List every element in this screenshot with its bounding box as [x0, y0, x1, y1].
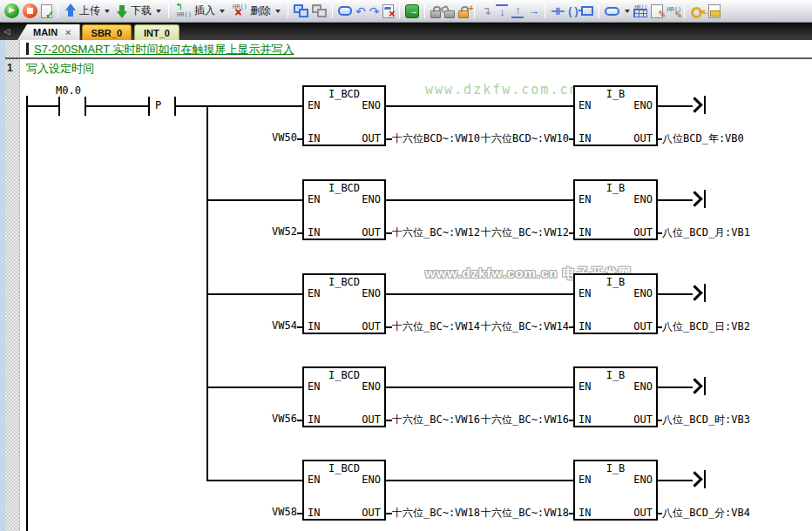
wire	[386, 420, 392, 421]
wire	[386, 138, 392, 140]
pin-en: EN	[308, 193, 320, 205]
input-operand[interactable]: VW54	[213, 319, 297, 332]
pin-eno: ENO	[362, 287, 381, 299]
pin-out: OUT	[633, 413, 653, 426]
pin-in: IN	[308, 507, 320, 519]
block-title: I_B	[575, 276, 656, 288]
result-operand[interactable]: 八位_BCD_日:VB2	[662, 319, 750, 334]
open-wire-arrow-icon	[704, 470, 706, 488]
pin-en: EN	[579, 287, 591, 299]
function-block-ibcd[interactable]: I_BCD EN ENO IN OUT	[302, 273, 386, 334]
block-title: I_BCD	[304, 182, 384, 194]
pin-out: OUT	[362, 320, 381, 333]
mid-operands: 十六位_BC~:VW12 十六位_BC~:VW12	[392, 225, 569, 240]
pin-out: OUT	[362, 226, 381, 239]
input-operand[interactable]: 十六位_BC~:VW16	[481, 413, 569, 427]
pin-en: EN	[308, 99, 320, 111]
input-operand[interactable]: VW56	[213, 413, 297, 425]
pin-eno: ENO	[633, 287, 653, 299]
mid-operands: 十六位_BC~:VW18 十六位_BC~:VW18	[392, 506, 569, 521]
open-wire-arrow-icon	[687, 191, 702, 206]
function-block-ib[interactable]: I_B EN ENO IN OUT	[573, 179, 658, 240]
open-wire-arrow-icon	[704, 284, 706, 302]
pin-in: IN	[579, 413, 591, 426]
pin-eno: ENO	[362, 474, 381, 486]
ladder-rung: VW54 I_BCD EN ENO IN OUT 十六位_BC~:VW14 十六…	[0, 273, 812, 336]
mid-operands: 十六位BCD~:VW10 十六位BCD~:VW10	[392, 131, 569, 146]
input-operand[interactable]: 十六位_BC~:VW14	[481, 319, 569, 334]
block-title: I_BCD	[304, 88, 384, 100]
ladder-rung: VW52 I_BCD EN ENO IN OUT 十六位_BC~:VW12 十六…	[0, 179, 812, 242]
output-operand[interactable]: 十六位_BC~:VW18	[392, 506, 480, 521]
block-title: I_BCD	[304, 462, 384, 474]
ladder-overlay: S7-200SMART 实时时间如何在触摸屏上显示并写入 1 写入设定时间 ww…	[0, 0, 812, 531]
pin-eno: ENO	[633, 99, 653, 111]
pin-en: EN	[579, 99, 591, 111]
pin-in: IN	[579, 320, 591, 333]
open-wire-arrow-icon	[687, 471, 702, 487]
function-block-ib[interactable]: I_B EN ENO IN OUT	[573, 273, 658, 334]
pin-in: IN	[308, 132, 320, 145]
mid-operands: 十六位_BC~:VW16 十六位_BC~:VW16	[392, 413, 569, 427]
open-wire-arrow-icon	[704, 377, 706, 395]
pin-eno: ENO	[633, 380, 653, 393]
pin-out: OUT	[362, 413, 381, 426]
input-operand[interactable]: 十六位BCD~:VW10	[481, 131, 569, 146]
wire	[386, 199, 573, 201]
result-operand[interactable]: 八位_BCD_月:VB1	[662, 225, 750, 240]
pin-en: EN	[308, 380, 320, 393]
title-separator	[5, 57, 812, 59]
pin-eno: ENO	[362, 380, 381, 393]
network-title[interactable]: 写入设定时间	[26, 61, 94, 77]
pin-out: OUT	[362, 132, 381, 145]
block-title: I_BCD	[304, 369, 384, 381]
block-title: I_B	[575, 462, 656, 474]
output-operand[interactable]: 十六位BCD~:VW10	[392, 131, 480, 146]
wire	[386, 513, 392, 514]
input-operand[interactable]: VW52	[213, 225, 297, 238]
pin-in: IN	[308, 413, 320, 426]
pin-eno: ENO	[362, 99, 381, 111]
pin-en: EN	[579, 193, 591, 205]
function-block-ib[interactable]: I_B EN ENO IN OUT	[573, 460, 658, 521]
block-title: I_B	[575, 182, 656, 194]
app-window: 上传 下载 插入 删除 ↶ ↷	[0, 0, 812, 531]
pin-in: IN	[308, 320, 320, 333]
pin-en: EN	[308, 287, 320, 299]
ladder-rung: VW50 I_BCD EN ENO IN OUT 十六位BCD~:VW10 十六…	[0, 85, 812, 148]
result-operand[interactable]: 八位_BCD_时:VB3	[662, 413, 750, 427]
pin-in: IN	[579, 132, 591, 145]
input-operand[interactable]: VW58	[213, 506, 297, 518]
input-operand[interactable]: VW50	[213, 131, 297, 144]
program-title: S7-200SMART 实时时间如何在触摸屏上显示并写入	[34, 42, 294, 57]
open-wire-arrow-icon	[687, 285, 702, 300]
pin-in: IN	[579, 226, 591, 239]
pin-in: IN	[308, 226, 320, 239]
function-block-ibcd[interactable]: I_BCD EN ENO IN OUT	[302, 85, 386, 146]
open-wire-arrow-icon	[704, 190, 706, 208]
pin-out: OUT	[633, 320, 653, 333]
open-wire-arrow-icon	[687, 378, 702, 393]
function-block-ibcd[interactable]: I_BCD EN ENO IN OUT	[302, 460, 386, 521]
input-operand[interactable]: 十六位_BC~:VW18	[481, 506, 569, 521]
wire	[386, 232, 392, 234]
function-block-ib[interactable]: I_B EN ENO IN OUT	[573, 366, 658, 427]
block-title: I_BCD	[304, 276, 384, 288]
pin-out: OUT	[633, 132, 653, 145]
open-wire-arrow-icon	[687, 97, 702, 112]
input-operand[interactable]: 十六位_BC~:VW12	[481, 225, 569, 240]
function-block-ibcd[interactable]: I_BCD EN ENO IN OUT	[302, 179, 386, 240]
pin-en: EN	[308, 474, 320, 486]
output-operand[interactable]: 十六位_BC~:VW16	[392, 413, 480, 427]
result-operand[interactable]: 八位_BCD_分:VB4	[662, 506, 750, 521]
pin-en: EN	[579, 380, 591, 393]
function-block-ibcd[interactable]: I_BCD EN ENO IN OUT	[302, 366, 386, 427]
wire	[386, 105, 573, 107]
pin-eno: ENO	[362, 193, 381, 205]
function-block-ib[interactable]: I_B EN ENO IN OUT	[573, 85, 658, 146]
pin-out: OUT	[362, 507, 381, 519]
output-operand[interactable]: 十六位_BC~:VW14	[392, 319, 480, 334]
result-operand[interactable]: 八位BCD_年:VB0	[662, 131, 744, 146]
ladder-rung: VW58 I_BCD EN ENO IN OUT 十六位_BC~:VW18 十六…	[0, 460, 812, 522]
output-operand[interactable]: 十六位_BC~:VW12	[392, 225, 480, 240]
